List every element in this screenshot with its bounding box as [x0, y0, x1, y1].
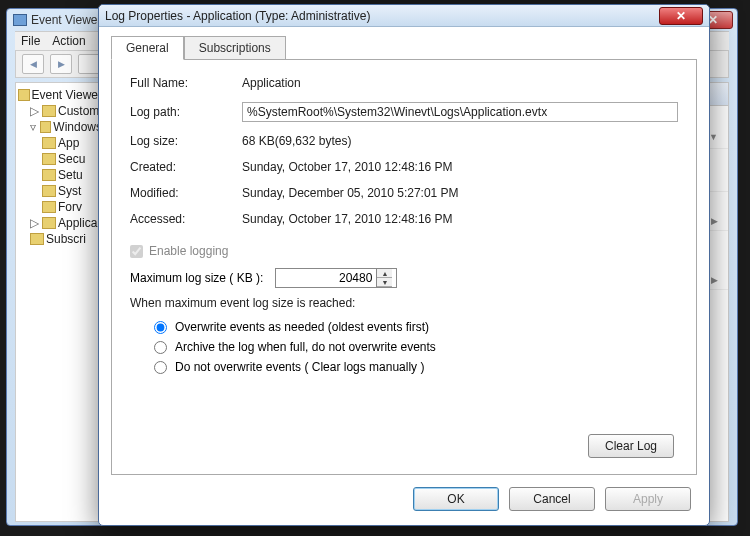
tab-general[interactable]: General — [111, 36, 184, 60]
label-radio-archive: Archive the log when full, do not overwr… — [175, 340, 436, 354]
tree-windows[interactable]: ▿Windows — [18, 119, 102, 135]
chevron-down-icon: ▼ — [709, 132, 718, 142]
folder-icon — [42, 105, 56, 117]
bg-window-title: Event Viewer — [31, 13, 101, 27]
chevron-right-icon: ▶ — [711, 275, 718, 285]
spin-up-button[interactable]: ▲ — [377, 269, 392, 278]
caret-icon: ▿ — [30, 120, 38, 134]
dlg-titlebar: Log Properties - Application (Type: Admi… — [99, 5, 709, 27]
tree-forwarded[interactable]: Forv — [18, 199, 102, 215]
forward-button[interactable] — [50, 54, 72, 74]
label-log-path: Log path: — [130, 105, 242, 119]
tree-custom[interactable]: ▷Custom — [18, 103, 102, 119]
tab-subscriptions[interactable]: Subscriptions — [184, 36, 286, 60]
caret-icon: ▷ — [30, 104, 40, 118]
folder-icon — [42, 217, 56, 229]
label-radio-no-overwrite: Do not overwrite events ( Clear logs man… — [175, 360, 424, 374]
log-icon — [42, 185, 56, 197]
spin-down-button[interactable]: ▼ — [377, 278, 392, 287]
tree-app[interactable]: App — [18, 135, 102, 151]
tab-body: Full Name: Application Log path: Log siz… — [111, 59, 697, 475]
clear-log-button[interactable]: Clear Log — [588, 434, 674, 458]
log-icon — [42, 153, 56, 165]
folder-icon — [30, 233, 44, 245]
back-button[interactable] — [22, 54, 44, 74]
close-button[interactable]: ✕ — [659, 7, 703, 25]
cancel-button[interactable]: Cancel — [509, 487, 595, 511]
tree-subscriptions[interactable]: Subscri — [18, 231, 102, 247]
tree-pane[interactable]: Event Viewer ▷Custom ▿Windows App Secu S… — [15, 82, 105, 522]
label-full-name: Full Name: — [130, 76, 242, 90]
label-created: Created: — [130, 160, 242, 174]
value-created: Sunday, October 17, 2010 12:48:16 PM — [242, 160, 678, 174]
value-log-size: 68 KB(69,632 bytes) — [242, 134, 678, 148]
log-icon — [42, 169, 56, 181]
app-icon — [13, 14, 27, 26]
log-icon — [42, 137, 56, 149]
tree-applications[interactable]: ▷Applica — [18, 215, 102, 231]
label-accessed: Accessed: — [130, 212, 242, 226]
value-full-name: Application — [242, 76, 678, 90]
label-radio-overwrite: Overwrite events as needed (oldest event… — [175, 320, 429, 334]
spinner-max-log-size[interactable]: ▲ ▼ — [275, 268, 397, 288]
tab-strip: General Subscriptions — [99, 27, 709, 59]
caret-icon: ▷ — [30, 216, 40, 230]
label-enable-logging: Enable logging — [149, 244, 228, 258]
checkbox-enable-logging[interactable] — [130, 245, 143, 258]
tree-security[interactable]: Secu — [18, 151, 102, 167]
label-max-log-size: Maximum log size ( KB ): — [130, 271, 263, 285]
tree-setup[interactable]: Setu — [18, 167, 102, 183]
folder-icon — [18, 89, 30, 101]
value-modified: Sunday, December 05, 2010 5:27:01 PM — [242, 186, 678, 200]
dlg-title: Log Properties - Application (Type: Admi… — [105, 9, 370, 23]
folder-icon — [40, 121, 51, 133]
menu-file[interactable]: File — [21, 34, 40, 48]
log-icon — [42, 201, 56, 213]
chevron-right-icon: ▶ — [711, 216, 718, 226]
toolbar-button-1[interactable] — [78, 54, 100, 74]
tree-root[interactable]: Event Viewer — [18, 87, 102, 103]
radio-overwrite[interactable] — [154, 321, 167, 334]
apply-button[interactable]: Apply — [605, 487, 691, 511]
log-properties-dialog: Log Properties - Application (Type: Admi… — [98, 4, 710, 526]
radio-archive[interactable] — [154, 341, 167, 354]
tree-system[interactable]: Syst — [18, 183, 102, 199]
input-max-log-size[interactable] — [276, 271, 376, 285]
menu-action[interactable]: Action — [52, 34, 85, 48]
dlg-footer: OK Cancel Apply — [99, 487, 709, 525]
value-accessed: Sunday, October 17, 2010 12:48:16 PM — [242, 212, 678, 226]
label-modified: Modified: — [130, 186, 242, 200]
input-log-path[interactable] — [242, 102, 678, 122]
ok-button[interactable]: OK — [413, 487, 499, 511]
label-log-size: Log size: — [130, 134, 242, 148]
radio-no-overwrite[interactable] — [154, 361, 167, 374]
label-when-max: When maximum event log size is reached: — [130, 296, 678, 310]
